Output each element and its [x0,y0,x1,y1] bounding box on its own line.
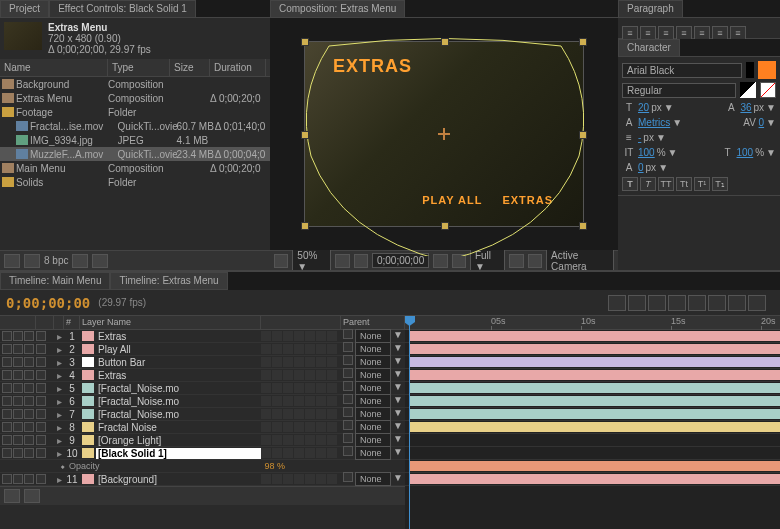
layer-switch[interactable] [294,474,304,484]
new-comp-button[interactable] [72,254,88,268]
timeline-track[interactable] [405,408,780,421]
visibility-toggle[interactable] [2,357,12,367]
col-name[interactable]: Name [0,59,108,76]
composition-viewer[interactable]: EXTRAS PLAY ALL EXTRAS [270,18,618,250]
layer-switch[interactable] [327,396,337,406]
anchor-point-icon[interactable] [438,128,450,140]
layer-switch[interactable] [261,344,271,354]
fill-color-swatch[interactable] [758,61,776,79]
layer-switch[interactable] [327,448,337,458]
lock-toggle[interactable] [36,344,46,354]
audio-toggle[interactable] [13,396,23,406]
layer-name[interactable]: Button Bar [96,357,261,368]
layer-name[interactable]: Play All [96,344,261,355]
layer-switch[interactable] [272,409,282,419]
lock-toggle[interactable] [36,448,46,458]
pickwhip-icon[interactable] [343,381,353,391]
twirl-arrow[interactable]: ▸ [54,344,64,355]
timeline-track[interactable] [405,473,780,486]
toggle-modes-button[interactable] [24,489,40,503]
parent-dropdown[interactable]: None [355,355,391,369]
visibility-toggle[interactable] [2,448,12,458]
vscale-value[interactable]: 100 [638,147,655,158]
layer-color-swatch[interactable] [82,435,94,445]
transform-handle[interactable] [441,222,449,230]
transform-handle[interactable] [579,38,587,46]
solo-toggle[interactable] [24,344,34,354]
effect-controls-tab[interactable]: Effect Controls: Black Solid 1 [49,0,196,17]
layer-clip[interactable] [409,409,780,419]
layer-switch[interactable] [316,396,326,406]
layer-switch[interactable] [327,474,337,484]
pickwhip-icon[interactable] [343,329,353,339]
layer-name[interactable]: [Black Solid 1] [96,448,261,459]
layer-switch[interactable] [327,331,337,341]
layer-switch[interactable] [294,409,304,419]
leading-value[interactable]: 36 [740,102,751,113]
timeline-track[interactable] [405,356,780,369]
project-item[interactable]: MuzzleF...A.movQuickTi...ovie23.4 MBΔ 0;… [0,147,270,161]
pickwhip-icon[interactable] [343,433,353,443]
layer-switch[interactable] [272,474,282,484]
transform-handle[interactable] [579,222,587,230]
layer-switch[interactable] [316,422,326,432]
layer-switch[interactable] [316,435,326,445]
visibility-toggle[interactable] [2,396,12,406]
layer-switch[interactable] [316,344,326,354]
brainstorm-button[interactable] [708,295,726,311]
layer-switch[interactable] [261,422,271,432]
justify-all-button[interactable]: ≡ [730,26,746,40]
col-layer-num[interactable]: # [64,316,80,329]
small-caps-button[interactable]: Tt [676,177,692,191]
timeline-track[interactable] [405,382,780,395]
lock-toggle[interactable] [36,357,46,367]
motion-blur-button[interactable] [688,295,706,311]
faux-italic-button[interactable]: T [640,177,656,191]
layer-switch[interactable] [294,383,304,393]
audio-toggle[interactable] [13,448,23,458]
layer-color-swatch[interactable] [82,409,94,419]
twirl-arrow[interactable]: ▸ [54,422,64,433]
layer-switch[interactable] [294,396,304,406]
timeline-tab-extras[interactable]: Timeline: Extras Menu [110,272,227,290]
pickwhip-icon[interactable] [343,407,353,417]
layer-switch[interactable] [305,331,315,341]
layer-switch[interactable] [294,370,304,380]
col-layer-name[interactable]: Layer Name [80,316,261,329]
solo-toggle[interactable] [24,474,34,484]
layer-color-swatch[interactable] [82,357,94,367]
lock-toggle[interactable] [36,383,46,393]
toggle-switches-button[interactable] [4,489,20,503]
parent-dropdown[interactable]: None [355,420,391,434]
auto-keyframe-button[interactable] [728,295,746,311]
layer-switch[interactable] [272,344,282,354]
layer-switch[interactable] [272,435,282,445]
eyedropper-icon[interactable] [746,62,754,78]
audio-toggle[interactable] [13,357,23,367]
twirl-arrow[interactable]: ▸ [54,474,64,485]
solo-toggle[interactable] [24,370,34,380]
timeline-track[interactable] [405,369,780,382]
layer-switch[interactable] [316,383,326,393]
pickwhip-icon[interactable] [343,368,353,378]
audio-toggle[interactable] [13,435,23,445]
layer-name[interactable]: Extras [96,370,261,381]
justify-left-button[interactable]: ≡ [676,26,692,40]
stroke-color-swatch[interactable] [740,82,756,98]
paragraph-tab[interactable]: Paragraph [618,0,683,17]
layer-switch[interactable] [294,435,304,445]
project-item[interactable]: BackgroundComposition [0,77,270,91]
lock-toggle[interactable] [36,422,46,432]
layer-switch[interactable] [272,370,282,380]
layer-switch[interactable] [294,448,304,458]
layer-name[interactable]: [Fractal_Noise.mo [96,383,261,394]
layer-clip[interactable] [409,383,780,393]
pickwhip-icon[interactable] [343,355,353,365]
lock-toggle[interactable] [36,331,46,341]
layer-switch[interactable] [327,357,337,367]
comp-thumbnail[interactable] [4,22,42,50]
layer-switch[interactable] [272,331,282,341]
layer-name[interactable]: [Orange Light] [96,435,261,446]
layer-switch[interactable] [316,448,326,458]
composition-tab[interactable]: Composition: Extras Menu [270,0,405,17]
